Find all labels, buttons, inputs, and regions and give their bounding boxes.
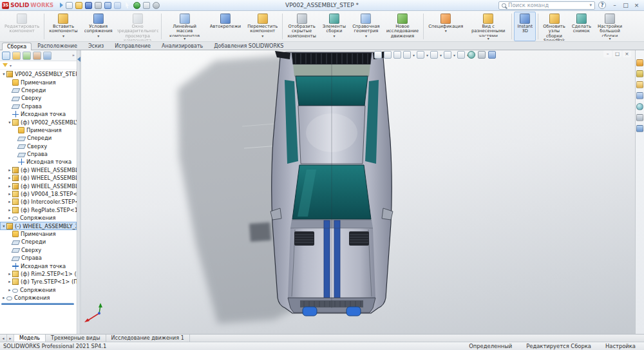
view-settings-icon[interactable] bbox=[478, 51, 486, 59]
panel-collapse-arrow-icon[interactable] bbox=[77, 57, 80, 62]
command-search-box[interactable]: Поиск команд ▾ bbox=[498, 1, 595, 10]
file-properties-icon[interactable] bbox=[143, 2, 150, 9]
graphics-area[interactable]: ▾▾▾▾▾ –□× bbox=[81, 50, 635, 334]
tree-item[interactable]: ▸(ф) Intercooler.STEP<1> (По bbox=[0, 198, 77, 206]
select-cursor-icon[interactable] bbox=[124, 2, 131, 9]
feature-manager-tab[interactable] bbox=[2, 52, 10, 60]
document-close-button[interactable]: × bbox=[623, 50, 631, 57]
tree-item[interactable]: Сверху bbox=[0, 142, 77, 150]
tree-item[interactable]: Справа bbox=[0, 254, 77, 262]
apply-scene-icon[interactable] bbox=[468, 51, 475, 59]
tow-hook-left[interactable] bbox=[303, 307, 317, 316]
hood-vent-left[interactable] bbox=[294, 231, 314, 246]
mate-button[interactable]: Условия сопряжения▾ bbox=[82, 12, 115, 41]
tab-repair[interactable]: Исправление bbox=[109, 42, 156, 50]
expander-icon[interactable]: ▸ bbox=[7, 270, 12, 278]
filter-icon[interactable] bbox=[3, 63, 8, 67]
options-icon[interactable] bbox=[153, 2, 160, 9]
expander-icon[interactable]: ▸ bbox=[1, 294, 6, 302]
smart-fasteners-button[interactable]: Автокрепежи bbox=[207, 12, 244, 41]
tree-item[interactable]: ▸Сопряжения bbox=[0, 294, 77, 302]
rebuild-icon[interactable] bbox=[133, 2, 140, 9]
display-manager-tab[interactable] bbox=[43, 52, 52, 60]
save-icon[interactable] bbox=[85, 2, 92, 9]
dimxpert-manager-tab[interactable] bbox=[33, 52, 41, 60]
move-component-button[interactable]: Переместить компонент▾ bbox=[245, 12, 280, 41]
section-view-icon[interactable] bbox=[403, 51, 411, 59]
expander-icon[interactable]: ▸ bbox=[7, 190, 12, 198]
tree-item[interactable]: Исходная точка bbox=[0, 158, 77, 166]
insert-components-button[interactable]: Вставить компоненты▾ bbox=[46, 12, 80, 41]
tree-item[interactable]: Спереди bbox=[0, 238, 77, 246]
tree-item[interactable]: ▾VP002_ASSEMBLY_STEP (По умолча bbox=[0, 70, 77, 78]
filter-dropdown-icon[interactable]: ▾ bbox=[10, 63, 12, 68]
rollback-bar[interactable] bbox=[1, 303, 74, 305]
new-motion-study-button[interactable]: Новое исследование движения bbox=[384, 12, 422, 41]
tree-item[interactable]: Исходная точка bbox=[0, 262, 77, 269]
design-library-icon[interactable] bbox=[636, 70, 643, 77]
tree-item[interactable]: Сверху bbox=[0, 246, 77, 254]
exploded-view-button[interactable]: Вид с разнесенными частями▾ bbox=[467, 12, 509, 41]
menu-arrow-icon[interactable] bbox=[60, 3, 63, 8]
display-style-icon[interactable] bbox=[430, 51, 438, 59]
redo-icon[interactable] bbox=[114, 2, 121, 9]
tabs-scroll-left-button[interactable]: ◂ bbox=[0, 335, 7, 342]
document-restore-button[interactable]: □ bbox=[613, 50, 621, 57]
tree-item[interactable]: Справа bbox=[0, 150, 77, 158]
reference-geometry-button[interactable]: Справочная геометрия▾ bbox=[350, 12, 383, 41]
zoom-to-area-icon[interactable] bbox=[384, 51, 392, 59]
expander-icon[interactable]: ▸ bbox=[7, 278, 12, 286]
tree-item[interactable]: ▸Сопряжения bbox=[0, 286, 77, 294]
tree-item[interactable]: Справа bbox=[0, 102, 77, 110]
expander-icon[interactable]: ▾ bbox=[1, 222, 6, 230]
solidworks-resources-icon[interactable] bbox=[636, 59, 643, 66]
minimize-button[interactable]: – bbox=[609, 1, 620, 10]
tab-sketch[interactable]: Эскиз bbox=[83, 42, 109, 50]
tabs-scroll-right-button[interactable]: ▸ bbox=[7, 335, 14, 342]
expander-icon[interactable]: ▾ bbox=[7, 119, 12, 126]
tree-item[interactable]: Исходная точка bbox=[0, 110, 77, 118]
tree-item[interactable]: ▸Сопряжения bbox=[0, 214, 77, 222]
print-icon[interactable] bbox=[95, 2, 102, 9]
tree-item[interactable]: ▸(ф) WHEEL_ASSEMBLY_2.STEP bbox=[0, 174, 77, 182]
close-button[interactable]: × bbox=[631, 1, 642, 10]
expander-icon[interactable]: ▾ bbox=[1, 70, 6, 78]
panel-tabs-overflow[interactable]: » bbox=[72, 53, 75, 58]
tab-assembly[interactable]: Сборка bbox=[2, 43, 32, 50]
racing-stripe-right[interactable] bbox=[334, 220, 340, 299]
camera-views-icon[interactable] bbox=[488, 51, 496, 59]
restore-button[interactable]: □ bbox=[620, 1, 631, 10]
previous-view-icon[interactable] bbox=[393, 51, 401, 59]
hood-vent-right[interactable] bbox=[349, 231, 369, 246]
instant-3d-button[interactable]: Instant 3D bbox=[514, 12, 536, 41]
assembly-3d-view[interactable] bbox=[81, 50, 635, 334]
large-assembly-settings-button[interactable]: Настройки большой сборки▾ bbox=[595, 12, 625, 41]
zoom-fit-icon[interactable] bbox=[374, 51, 382, 59]
tree-item[interactable]: Примечания bbox=[0, 78, 77, 86]
custom-properties-icon[interactable] bbox=[636, 114, 643, 121]
racing-stripe-left[interactable] bbox=[324, 220, 330, 299]
tab-evaluate[interactable]: Анализировать bbox=[156, 42, 208, 50]
expander-icon[interactable]: ▸ bbox=[7, 198, 12, 206]
tow-hook-right[interactable] bbox=[346, 307, 361, 316]
search-dropdown-icon[interactable]: ▾ bbox=[589, 3, 592, 8]
tab-model[interactable]: Модель bbox=[14, 335, 46, 342]
tree-item[interactable]: ▸(ф) RegPlate.STEP<1> (По ул bbox=[0, 206, 77, 214]
undo-icon[interactable] bbox=[104, 2, 111, 9]
tree-item[interactable]: Спереди bbox=[0, 86, 77, 94]
hide-show-items-icon[interactable] bbox=[444, 51, 451, 59]
tree-item[interactable]: Спереди bbox=[0, 134, 77, 142]
update-speedpak-button[interactable]: Обновить узлы сборки SpeedPak bbox=[540, 12, 568, 41]
expander-icon[interactable]: ▸ bbox=[7, 214, 12, 222]
tree-item[interactable]: ▾(-) WHEEL_ASSEMBLY_2_STEP.STEP bbox=[0, 222, 77, 229]
edit-appearance-icon[interactable] bbox=[457, 51, 465, 59]
tree-item[interactable]: ▸(ф) Tyre.STEP<1> (По умолча bbox=[0, 278, 77, 286]
view-orientation-icon[interactable] bbox=[417, 51, 424, 59]
tree-item[interactable]: Сверху bbox=[0, 94, 77, 102]
property-manager-tab[interactable] bbox=[12, 52, 21, 60]
tree-item[interactable]: ▾(ф) VP002_ASSEMBLY_STEP.STEP< bbox=[0, 118, 77, 126]
tree-item[interactable]: ▸(ф) VP004_18.STEP<1> (По ум bbox=[0, 190, 77, 198]
tree-item[interactable]: ▸(ф) Rim2.STEP<1> (По умолча bbox=[0, 270, 77, 278]
expander-icon[interactable]: ▸ bbox=[7, 206, 12, 214]
tree-item[interactable]: ▸(ф) WHEEL_ASSEMBLY_2.STEP bbox=[0, 166, 77, 174]
